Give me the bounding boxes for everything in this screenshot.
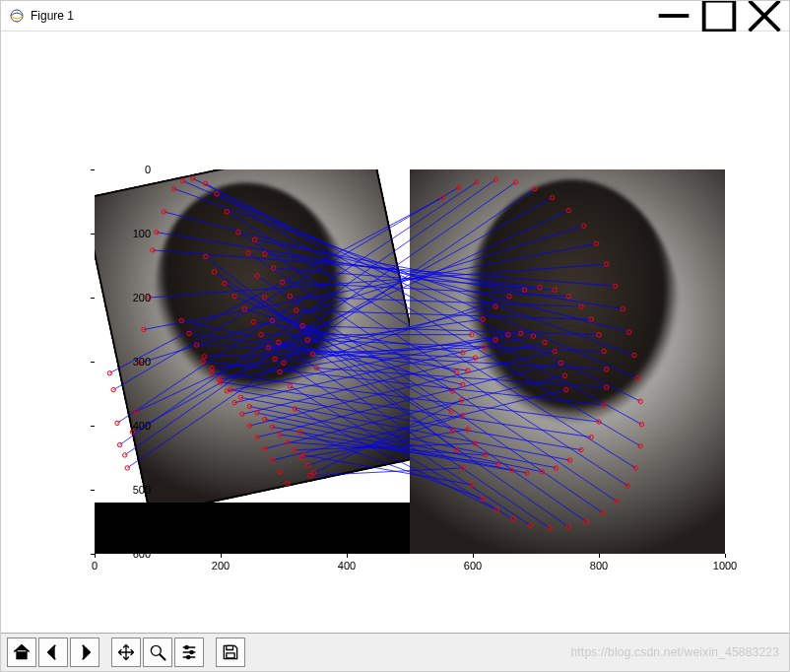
svg-point-252 [185,645,188,648]
y-tick-label: 500 [111,484,151,496]
x-tick-label: 0 [92,560,98,571]
maximize-button[interactable] [696,1,742,31]
svg-rect-2 [704,1,735,32]
minimize-button[interactable] [651,1,696,31]
x-tick-label: 200 [212,560,230,571]
close-button[interactable] [742,1,787,31]
y-tick-label: 0 [111,164,151,175]
save-button[interactable] [216,638,245,667]
zoom-button[interactable] [143,638,172,667]
black-strip [95,503,410,554]
nav-toolbar: https://blog.csdn.net/weixin_45883223 [1,633,789,671]
x-tick-label: 800 [590,560,608,571]
svg-point-253 [190,650,193,653]
svg-line-248 [161,655,165,660]
y-tick-label: 400 [111,420,151,432]
figure-canvas[interactable]: 0100200300400500600 02004006008001000 [1,32,789,633]
watermark-text: https://blog.csdn.net/weixin_45883223 [570,645,779,659]
x-tick-label: 1000 [713,560,737,571]
x-tick-label: 600 [464,560,482,571]
forward-button[interactable] [70,638,99,667]
window-title: Figure 1 [31,9,74,23]
svg-point-0 [11,10,23,22]
app-icon [9,8,25,24]
y-tick-label: 100 [111,228,151,239]
image-display [95,169,725,554]
y-tick-label: 600 [111,548,151,560]
y-tick-label: 200 [111,292,151,303]
window-controls [651,1,787,31]
y-tick-label: 300 [111,356,151,368]
left-image [95,169,410,503]
svg-rect-255 [227,645,233,649]
titlebar: Figure 1 [1,1,789,32]
pan-button[interactable] [111,638,141,667]
svg-point-254 [187,655,190,658]
axes [95,169,725,554]
home-button[interactable] [7,638,36,667]
configure-button[interactable] [174,638,204,667]
x-tick-label: 400 [338,560,356,571]
right-image [410,169,725,554]
svg-rect-256 [227,653,234,658]
back-button[interactable] [38,638,68,667]
